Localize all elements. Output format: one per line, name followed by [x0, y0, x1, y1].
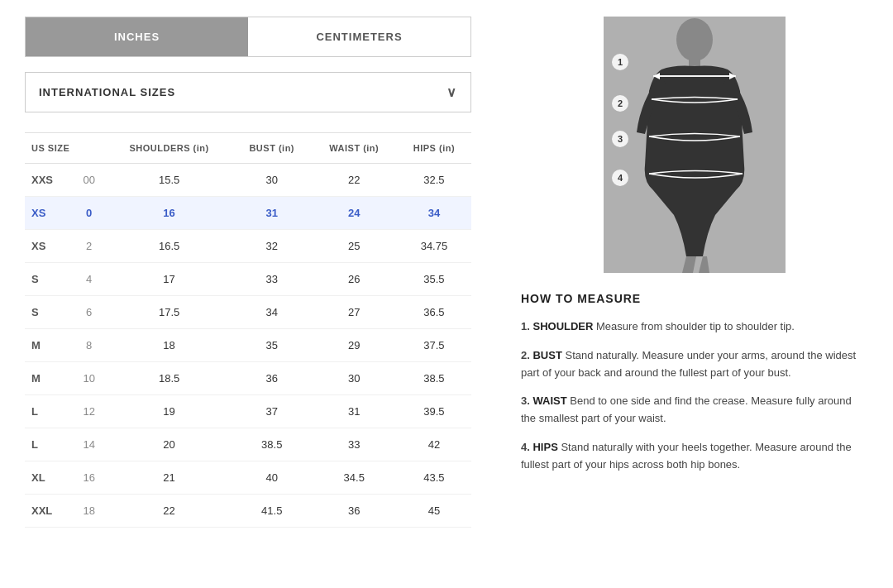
step-description: Bend to one side and find the crease. Me…: [521, 394, 852, 424]
col-us-size: US SIZE: [25, 133, 106, 164]
inches-button[interactable]: INCHES: [26, 17, 248, 56]
size-label: XS: [25, 197, 72, 230]
bust-value: 35: [232, 329, 312, 362]
col-bust: BUST (in): [232, 133, 312, 164]
size-selector-dropdown[interactable]: INTERNATIONAL SIZES ∨: [25, 72, 471, 112]
shoulders-value: 22: [106, 495, 232, 528]
size-label: L: [25, 395, 72, 428]
col-hips: HIPS (in): [397, 133, 471, 164]
chevron-down-icon: ∨: [446, 84, 457, 100]
table-row: M 8 18 35 29 37.5: [25, 329, 471, 362]
svg-text:2: 2: [618, 98, 623, 108]
table-row: S 4 17 33 26 35.5: [25, 263, 471, 296]
measure-item-2: 2. BUST Stand naturally. Measure under y…: [521, 347, 868, 382]
step-label: WAIST: [532, 394, 566, 407]
shoulders-value: 21: [106, 461, 232, 495]
size-label: XL: [25, 461, 72, 495]
shoulders-value: 19: [106, 395, 232, 428]
waist-value: 33: [312, 428, 397, 461]
waist-value: 34.5: [312, 461, 397, 495]
size-number: 14: [72, 428, 106, 461]
waist-value: 27: [312, 296, 397, 329]
step-number: 4.: [521, 441, 530, 453]
size-label: M: [25, 362, 72, 395]
hips-value: 36.5: [397, 296, 471, 329]
size-number: 8: [72, 329, 106, 362]
model-illustration: 1 2 3 4: [604, 17, 786, 273]
hips-value: 34.75: [397, 230, 471, 263]
bust-value: 33: [232, 263, 312, 296]
svg-text:3: 3: [618, 134, 623, 144]
hips-value: 35.5: [397, 263, 471, 296]
step-description: Measure from shoulder tip to shoulder ti…: [593, 320, 795, 332]
table-row: XXS 00 15.5 30 22 32.5: [25, 164, 471, 197]
svg-text:1: 1: [618, 57, 623, 67]
bust-value: 41.5: [232, 495, 312, 528]
how-to-measure-title: HOW TO MEASURE: [521, 292, 868, 305]
bust-value: 32: [232, 230, 312, 263]
measure-item-4: 4. HIPS Stand naturally with your heels …: [521, 439, 868, 474]
bust-value: 30: [232, 164, 312, 197]
bust-value: 34: [232, 296, 312, 329]
size-number: 2: [72, 230, 106, 263]
size-number: 16: [72, 461, 106, 495]
table-row: L 14 20 38.5 33 42: [25, 428, 471, 461]
step-label: BUST: [532, 349, 561, 361]
size-number: 0: [72, 197, 106, 230]
step-description: Stand naturally with your heels together…: [521, 441, 852, 471]
step-number: 2.: [521, 349, 530, 361]
size-table: US SIZE SHOULDERS (in) BUST (in) WAIST (…: [25, 132, 471, 528]
size-label: S: [25, 263, 72, 296]
bust-value: 36: [232, 362, 312, 395]
size-number: 10: [72, 362, 106, 395]
centimeters-button[interactable]: CENTIMETERS: [248, 17, 470, 56]
waist-value: 29: [312, 329, 397, 362]
waist-value: 26: [312, 263, 397, 296]
svg-point-1: [676, 18, 713, 61]
shoulders-value: 16.5: [106, 230, 232, 263]
svg-text:4: 4: [618, 173, 623, 183]
hips-value: 37.5: [397, 329, 471, 362]
hips-value: 39.5: [397, 395, 471, 428]
right-panel: 1 2 3 4: [521, 17, 868, 528]
step-label: SHOULDER: [532, 320, 593, 332]
size-number: 18: [72, 495, 106, 528]
step-description: Stand naturally. Measure under your arms…: [521, 349, 856, 379]
measure-item-1: 1. SHOULDER Measure from shoulder tip to…: [521, 318, 868, 336]
how-to-measure-section: HOW TO MEASURE 1. SHOULDER Measure from …: [521, 292, 868, 474]
table-row: XXL 18 22 41.5 36 45: [25, 495, 471, 528]
size-label: M: [25, 329, 72, 362]
model-image-container: 1 2 3 4: [521, 17, 868, 275]
waist-value: 24: [312, 197, 397, 230]
bust-value: 31: [232, 197, 312, 230]
table-row: XL 16 21 40 34.5 43.5: [25, 461, 471, 495]
size-label: XS: [25, 230, 72, 263]
size-label: XXS: [25, 164, 72, 197]
left-panel: INCHES CENTIMETERS INTERNATIONAL SIZES ∨…: [25, 17, 488, 528]
size-number: 00: [72, 164, 106, 197]
size-number: 12: [72, 395, 106, 428]
waist-value: 25: [312, 230, 397, 263]
table-row: S 6 17.5 34 27 36.5: [25, 296, 471, 329]
hips-value: 43.5: [397, 461, 471, 495]
unit-toggle: INCHES CENTIMETERS: [25, 17, 471, 57]
bust-value: 37: [232, 395, 312, 428]
col-shoulders: SHOULDERS (in): [106, 133, 232, 164]
size-selector-label: INTERNATIONAL SIZES: [39, 86, 175, 98]
hips-value: 38.5: [397, 362, 471, 395]
bust-value: 40: [232, 461, 312, 495]
waist-value: 30: [312, 362, 397, 395]
step-number: 3.: [521, 394, 530, 407]
main-container: INCHES CENTIMETERS INTERNATIONAL SIZES ∨…: [0, 0, 893, 544]
hips-value: 34: [397, 197, 471, 230]
waist-value: 36: [312, 495, 397, 528]
size-label: S: [25, 296, 72, 329]
shoulders-value: 18.5: [106, 362, 232, 395]
size-number: 4: [72, 263, 106, 296]
table-header-row: US SIZE SHOULDERS (in) BUST (in) WAIST (…: [25, 133, 471, 164]
size-label: XXL: [25, 495, 72, 528]
measure-item-3: 3. WAIST Bend to one side and find the c…: [521, 393, 868, 428]
table-row: XS 0 16 31 24 34: [25, 197, 471, 230]
shoulders-value: 17.5: [106, 296, 232, 329]
size-number: 6: [72, 296, 106, 329]
